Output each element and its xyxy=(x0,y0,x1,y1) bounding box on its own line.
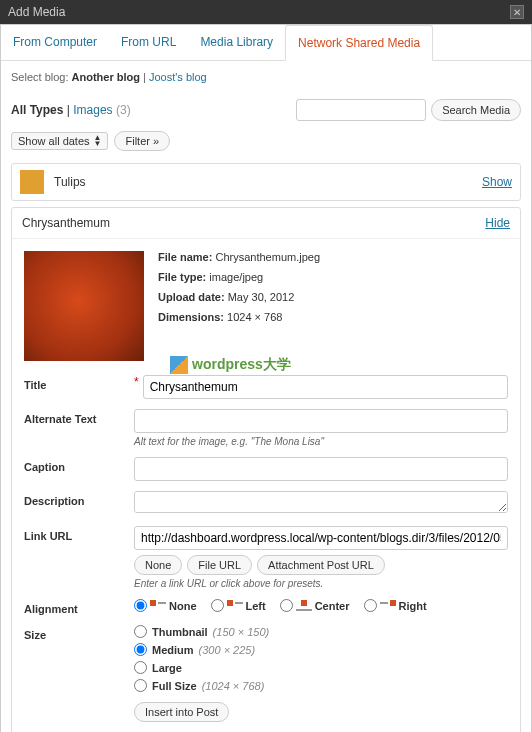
align-left-icon xyxy=(227,600,243,612)
blog-link[interactable]: Joost's blog xyxy=(149,71,207,83)
size-large[interactable]: Large xyxy=(134,661,508,674)
align-right[interactable]: Right xyxy=(364,599,427,612)
url-attachment-button[interactable]: Attachment Post URL xyxy=(257,555,385,575)
media-title: Tulips xyxy=(54,175,482,189)
tab-media-library[interactable]: Media Library xyxy=(188,25,285,60)
tab-from-computer[interactable]: From Computer xyxy=(1,25,109,60)
insert-button[interactable]: Insert into Post xyxy=(134,702,229,722)
align-center[interactable]: Center xyxy=(280,599,350,612)
chevron-updown-icon: ▲▼ xyxy=(94,135,102,147)
caption-input[interactable] xyxy=(134,457,508,481)
tab-from-url[interactable]: From URL xyxy=(109,25,188,60)
date-select[interactable]: Show all dates ▲▼ xyxy=(11,132,108,150)
titlebar: Add Media ✕ xyxy=(0,0,532,24)
size-thumbnail[interactable]: Thumbnail (150 × 150) xyxy=(134,625,508,638)
filter-count: (3) xyxy=(116,103,131,117)
media-item-tulips: Tulips Show xyxy=(11,163,521,201)
align-left[interactable]: Left xyxy=(211,599,266,612)
alt-text-input[interactable] xyxy=(134,409,508,433)
hide-link[interactable]: Hide xyxy=(485,216,510,230)
show-link[interactable]: Show xyxy=(482,175,512,189)
title-input[interactable] xyxy=(143,375,508,399)
media-item-chrysanthemum: Chrysanthemum Hide File name: Chrysanthe… xyxy=(11,207,521,732)
close-icon[interactable]: ✕ xyxy=(510,5,524,19)
alt-hint: Alt text for the image, e.g. "The Mona L… xyxy=(134,436,508,447)
blog-select: Select blog: Another blog | Joost's blog xyxy=(11,61,521,93)
type-filter: All Types | Images (3) xyxy=(11,103,131,117)
tab-network-shared-media[interactable]: Network Shared Media xyxy=(285,25,433,61)
required-icon: * xyxy=(134,375,139,389)
filter-images[interactable]: Images xyxy=(73,103,112,117)
search-input[interactable] xyxy=(296,99,426,121)
filter-all-types[interactable]: All Types xyxy=(11,103,63,117)
size-full[interactable]: Full Size (1024 × 768) xyxy=(134,679,508,692)
tabs: From Computer From URL Media Library Net… xyxy=(1,25,531,61)
preview-image xyxy=(24,251,144,361)
url-hint: Enter a link URL or click above for pres… xyxy=(134,578,508,589)
url-file-button[interactable]: File URL xyxy=(187,555,252,575)
size-medium[interactable]: Medium (300 × 225) xyxy=(134,643,508,656)
current-blog: Another blog xyxy=(72,71,140,83)
align-center-icon xyxy=(296,600,312,612)
search-button[interactable]: Search Media xyxy=(431,99,521,121)
dialog-title: Add Media xyxy=(8,5,65,19)
filter-button[interactable]: Filter » xyxy=(114,131,170,151)
align-none[interactable]: None xyxy=(134,599,197,612)
file-metadata: File name: Chrysanthemum.jpeg File type:… xyxy=(158,251,320,361)
thumbnail-icon xyxy=(20,170,44,194)
media-title: Chrysanthemum xyxy=(22,216,110,230)
description-input[interactable] xyxy=(134,491,508,513)
url-none-button[interactable]: None xyxy=(134,555,182,575)
align-right-icon xyxy=(380,600,396,612)
link-url-input[interactable] xyxy=(134,526,508,550)
align-none-icon xyxy=(150,600,166,612)
